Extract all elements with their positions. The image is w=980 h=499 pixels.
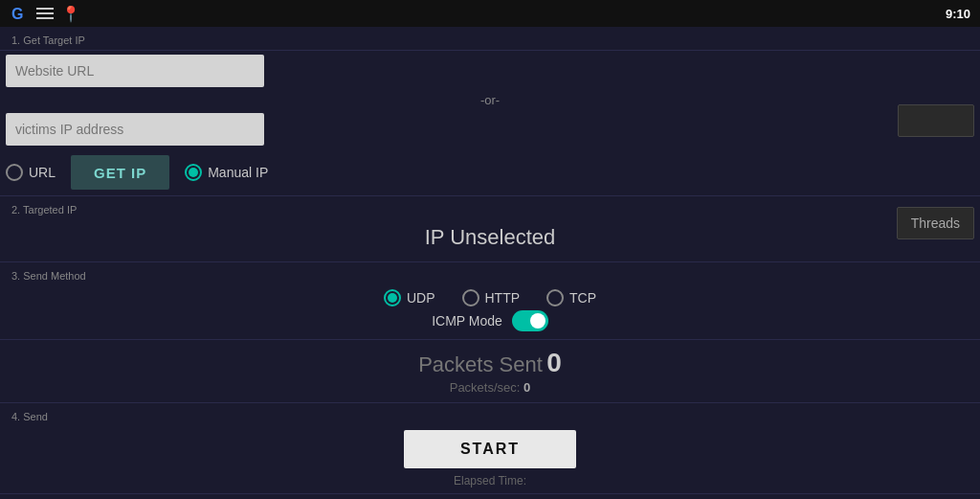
tcp-radio-group[interactable]: TCP — [546, 289, 596, 306]
get-ip-button[interactable]: GET IP — [71, 155, 169, 190]
manual-ip-radio-group[interactable]: Manual IP — [185, 164, 268, 181]
hamburger-icon[interactable] — [36, 8, 54, 19]
get-ip-row: URL GET IP Manual IP — [0, 149, 980, 196]
section-2: 2. Targeted IP IP Unselected — [0, 196, 980, 262]
method-row: UDP HTTP TCP — [6, 284, 974, 310]
url-input-row: 3074 — [0, 51, 980, 91]
url-radio[interactable] — [6, 164, 23, 181]
http-radio[interactable] — [462, 289, 479, 306]
section-1-label: 1. Get Target IP — [6, 33, 91, 48]
threads-button[interactable]: Threads — [897, 207, 974, 239]
packets-per-sec-row: Packets/sec: 0 — [6, 380, 974, 395]
udp-radio-group[interactable]: UDP — [384, 289, 435, 306]
ip-unselected-text: IP Unselected — [6, 217, 974, 254]
packets-sent-label: Packets Sent — [418, 352, 543, 376]
section-4: 4. Send START Elapsed Time: — [0, 403, 980, 494]
status-time: 9:10 — [946, 7, 970, 21]
section-1-label-row: 1. Get Target IP — [0, 27, 980, 51]
icmp-row: ICMP Mode — [6, 310, 974, 331]
url-radio-label: URL — [29, 165, 56, 180]
section-2-label: 2. Targeted IP — [6, 202, 82, 217]
location-icon: 📍 — [61, 5, 80, 23]
section-3: 3. Send Method UDP HTTP TCP ICMP Mode — [0, 262, 980, 340]
start-button[interactable]: START — [404, 430, 576, 468]
google-icon: G — [10, 4, 29, 23]
website-url-input[interactable] — [6, 55, 264, 87]
packets-section: Packets Sent 0 Packets/sec: 0 — [0, 340, 980, 403]
status-bar: G 📍 9:10 — [0, 0, 980, 27]
manual-ip-radio[interactable] — [185, 164, 202, 181]
status-bar-left: G 📍 — [10, 4, 80, 23]
url-radio-group[interactable]: URL — [6, 164, 56, 181]
tcp-label: TCP — [569, 290, 596, 306]
svg-text:G: G — [11, 6, 23, 22]
or-divider: -or- — [0, 91, 980, 109]
icmp-label: ICMP Mode — [432, 313, 502, 329]
udp-label: UDP — [407, 290, 435, 306]
section-3-label: 3. Send Method — [6, 268, 92, 284]
http-label: HTTP — [485, 290, 521, 306]
manual-ip-radio-label: Manual IP — [208, 165, 268, 180]
http-radio-group[interactable]: HTTP — [462, 289, 521, 306]
icmp-toggle[interactable] — [512, 310, 548, 331]
elapsed-time-label: Elapsed Time: — [6, 474, 974, 488]
victims-ip-input[interactable] — [6, 113, 264, 146]
packets-per-sec-label: Packets/sec: — [450, 380, 521, 395]
section-4-label: 4. Send — [6, 409, 54, 424]
main-content: 1. Get Target IP 3074 -or- Threads URL G… — [0, 27, 980, 494]
packets-sent-count: 0 — [546, 348, 562, 377]
udp-radio[interactable] — [384, 289, 401, 306]
tcp-radio[interactable] — [546, 289, 564, 306]
packets-per-sec-count: 0 — [523, 380, 530, 395]
ip-input-row: Threads — [0, 109, 980, 149]
